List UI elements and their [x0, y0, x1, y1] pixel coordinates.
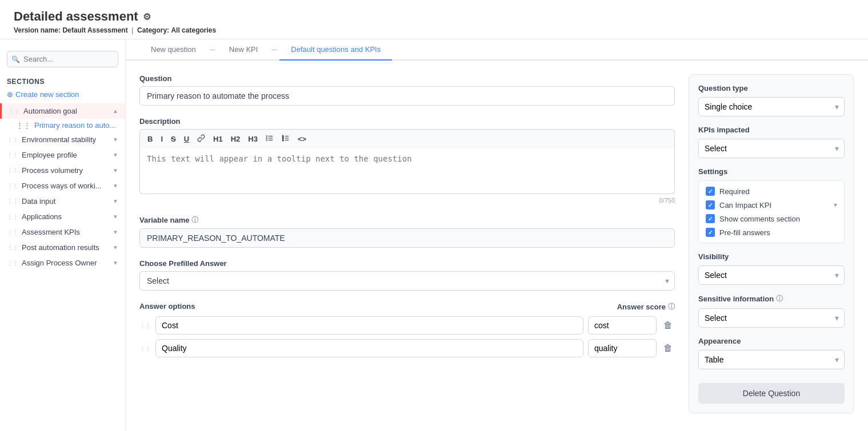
tab-new-kpi[interactable]: New KPI — [218, 39, 270, 61]
sidebar-item-assessment-kpis[interactable]: ⋮⋮ Assessment KPIs ▼ — [0, 224, 125, 240]
visibility-select[interactable]: Select — [698, 265, 845, 285]
settings-kpi-row: ✓ Can Impact KPI ▾ — [706, 200, 837, 210]
page-title: Detailed assessment — [14, 9, 138, 24]
version-name: Default Assessment — [62, 26, 127, 34]
answer-score-input[interactable] — [588, 339, 657, 357]
sidebar-item-data-input[interactable]: ⋮⋮ Data input ▼ — [0, 194, 125, 209]
category-label: Category: — [137, 26, 169, 34]
appearance-label: Appearence — [698, 337, 845, 345]
question-input[interactable] — [139, 86, 675, 106]
drag-handle-icon: ⋮⋮ — [139, 323, 151, 329]
rte-toolbar: B I S U H1 H2 H3 12 — [139, 129, 675, 148]
show-comments-label: Show comments section — [719, 215, 800, 223]
settings-label: Settings — [698, 167, 845, 176]
sidebar-item-label: Data input — [22, 197, 109, 206]
description-textarea[interactable] — [139, 148, 675, 194]
code-button[interactable]: <> — [295, 133, 309, 145]
svg-point-4 — [266, 138, 267, 138]
kpis-label: KPIs impacted — [698, 126, 845, 134]
visibility-label: Visibility — [698, 252, 845, 261]
sidebar-item-label: Environmental stability — [22, 135, 109, 144]
link-button[interactable] — [194, 133, 208, 145]
show-comments-checkbox[interactable]: ✓ — [706, 214, 715, 223]
prefilled-answer-select[interactable]: Select — [139, 271, 675, 291]
tab-default-questions-label: Default questions and KPIs — [291, 45, 381, 54]
question-type-select[interactable]: Single choice Multiple choice Text Numbe… — [698, 97, 845, 116]
sensitive-info-section: Sensitive information ⓘ Select ▾ — [698, 294, 845, 328]
drag-handle-icon: ⋮⋮ — [7, 167, 18, 174]
sensitive-info-label: Sensitive information ⓘ — [698, 294, 845, 304]
delete-question-button[interactable]: Delete Question — [698, 383, 845, 404]
sidebar-item-process-volumetry[interactable]: ⋮⋮ Process volumetry ▼ — [0, 163, 125, 178]
sidebar-item-process-ways[interactable]: ⋮⋮ Process ways of worki... ▼ — [0, 178, 125, 194]
chevron-down-icon: ▼ — [113, 183, 118, 189]
drag-handle-icon: ⋮⋮ — [7, 260, 18, 266]
search-input[interactable] — [7, 51, 118, 67]
variable-name-label: Variable name ⓘ — [139, 215, 675, 225]
strikethrough-button[interactable]: S — [168, 133, 179, 145]
h2-button[interactable]: H2 — [228, 133, 243, 145]
tab-new-question[interactable]: New question — [139, 39, 207, 61]
check-icon: ✓ — [708, 216, 713, 222]
answer-text-input[interactable] — [155, 316, 583, 335]
tab-connector-1: — — [207, 39, 218, 59]
svg-point-5 — [266, 140, 267, 140]
chevron-down-icon: ▼ — [113, 198, 118, 204]
sidebar-sub-item-primary-reason[interactable]: ⋮⋮ Primary reason to auto... — [0, 119, 125, 132]
tab-default-questions[interactable]: Default questions and KPIs — [279, 39, 392, 61]
chevron-down-icon: ▼ — [113, 260, 118, 266]
bold-button[interactable]: B — [145, 133, 155, 145]
answer-options-col-label: Answer options — [139, 302, 195, 312]
description-label: Description — [139, 117, 675, 126]
numbered-list-button[interactable]: 123 — [279, 133, 293, 145]
bullet-list-button[interactable] — [263, 133, 277, 145]
sidebar-item-applications[interactable]: ⋮⋮ Applications ▼ — [0, 209, 125, 224]
appearance-section: Appearence Table List Grid ▾ — [698, 337, 845, 369]
form-left: Question Description B I S U H1 — [139, 74, 675, 417]
drag-handle-icon: ⋮⋮ — [7, 183, 18, 189]
variable-name-input[interactable] — [139, 228, 675, 248]
sensitive-info-select[interactable]: Select — [698, 308, 845, 328]
h1-button[interactable]: H1 — [210, 133, 226, 145]
sidebar-item-label: Process ways of worki... — [22, 182, 109, 190]
settings-expand-icon[interactable]: ▾ — [834, 201, 837, 209]
sidebar-item-automation-goal[interactable]: ⋮⋮ Automation goal ▲ — [0, 103, 125, 119]
svg-point-3 — [266, 136, 267, 136]
kpis-select[interactable]: Select — [698, 139, 845, 158]
form-right: Question type Single choice Multiple cho… — [689, 74, 854, 417]
create-new-section[interactable]: ⊕ Create new section — [0, 88, 125, 103]
drag-handle-icon: ⋮⋮ — [7, 229, 18, 235]
answer-score-col-label: Answer score ⓘ — [617, 302, 675, 312]
answer-row: ⋮⋮ 🗑 — [139, 316, 675, 335]
chevron-down-icon: ▼ — [113, 152, 118, 158]
required-checkbox[interactable]: ✓ — [706, 187, 715, 196]
answer-text-input[interactable] — [155, 339, 583, 357]
h3-button[interactable]: H3 — [245, 133, 261, 145]
italic-button[interactable]: I — [158, 133, 166, 145]
sidebar-item-employee-profile[interactable]: ⋮⋮ Employee profile ▼ — [0, 147, 125, 163]
pre-fill-checkbox[interactable]: ✓ — [706, 228, 715, 237]
check-icon: ✓ — [708, 188, 713, 195]
pre-fill-label: Pre-fill answers — [719, 228, 770, 237]
sidebar: 🔍 Sections ⊕ Create new section ⋮⋮ Autom… — [0, 39, 126, 430]
tabs-bar: New question — New KPI — Default questio… — [126, 39, 868, 61]
underline-button[interactable]: U — [181, 133, 192, 145]
tab-connector-2: — — [269, 39, 279, 59]
can-impact-kpi-checkbox[interactable]: ✓ — [706, 200, 715, 210]
question-type-section: Question type Single choice Multiple cho… — [698, 84, 845, 116]
appearance-select[interactable]: Table List Grid — [698, 350, 845, 369]
drag-handle-icon: ⋮⋮ — [7, 214, 18, 220]
page-header: Detailed assessment ⚙ Version name: Defa… — [0, 0, 868, 39]
sidebar-item-assign-process-owner[interactable]: ⋮⋮ Assign Process Owner ▼ — [0, 255, 125, 271]
delete-answer-button[interactable]: 🗑 — [661, 318, 675, 333]
sidebar-item-post-automation[interactable]: ⋮⋮ Post automation results ▼ — [0, 240, 125, 255]
char-count: 0/750 — [139, 197, 675, 204]
delete-answer-button[interactable]: 🗑 — [661, 341, 675, 356]
version-label: Version name: — [14, 26, 61, 34]
drag-handle-icon: ⋮⋮ — [9, 108, 20, 114]
page-meta: Version name: Default Assessment | Categ… — [14, 26, 854, 34]
chevron-down-icon: ▼ — [113, 229, 118, 235]
settings-icon[interactable]: ⚙ — [143, 11, 151, 22]
sidebar-item-environmental-stability[interactable]: ⋮⋮ Environmental stability ▼ — [0, 132, 125, 147]
answer-score-input[interactable] — [588, 316, 657, 335]
